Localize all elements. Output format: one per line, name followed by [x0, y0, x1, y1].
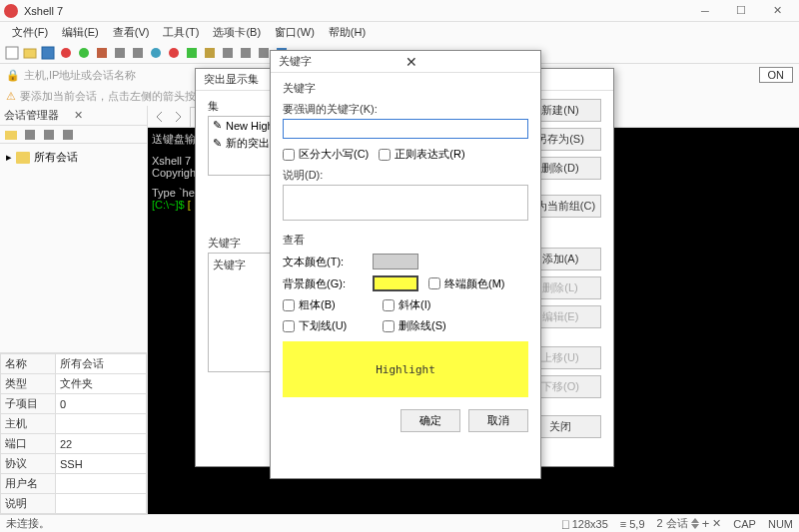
toolbar-new-icon[interactable]	[4, 45, 20, 61]
menu-edit[interactable]: 编辑(E)	[56, 23, 105, 42]
underline-checkbox[interactable]: 下划线(U)	[283, 318, 373, 333]
svg-rect-5	[97, 48, 107, 58]
menu-file[interactable]: 文件(F)	[6, 23, 54, 42]
session-manager-title: 会话管理器	[4, 108, 70, 123]
preview-box: Highlight	[283, 341, 528, 397]
window-title: Xshell 7	[24, 5, 687, 17]
svg-rect-11	[205, 48, 215, 58]
tab-prev-icon[interactable]	[152, 109, 168, 125]
chevron-icon: ▸	[6, 151, 12, 164]
menu-view[interactable]: 查看(V)	[107, 23, 156, 42]
menu-help[interactable]: 帮助(H)	[323, 23, 372, 42]
toolbar-save-icon[interactable]	[40, 45, 56, 61]
regex-checkbox[interactable]: 正则表达式(R)	[379, 147, 464, 162]
tip-text: 要添加当前会话，点击左侧的箭头按钮。	[20, 89, 218, 104]
toolbar-icon[interactable]	[238, 45, 254, 61]
toolbar-open-icon[interactable]	[22, 45, 38, 61]
tab-next-icon[interactable]	[170, 109, 186, 125]
svg-rect-7	[133, 48, 143, 58]
status-sessions: 2 会话 + ✕	[657, 516, 722, 531]
close-button[interactable]: ✕	[759, 0, 795, 22]
session-add-icon[interactable]: +	[702, 516, 710, 531]
toolbar-icon[interactable]	[22, 127, 38, 143]
lock-icon: 🔒	[6, 69, 20, 82]
keyword-dialog: 关键字 ✕ 关键字 要强调的关键字(K): 区分大小写(C) 正则表达式(R) …	[270, 50, 541, 479]
status-num: NUM	[768, 518, 793, 530]
svg-rect-0	[6, 47, 18, 59]
svg-rect-17	[25, 130, 35, 140]
toolbar-icon[interactable]	[166, 45, 182, 61]
toolbar-icon[interactable]	[3, 127, 19, 143]
svg-rect-1	[24, 49, 36, 58]
app-icon	[4, 4, 18, 18]
status-text: 未连接。	[6, 516, 550, 531]
pen-icon: ✎	[213, 137, 222, 150]
menu-window[interactable]: 窗口(W)	[269, 23, 321, 42]
session-spinner-icon[interactable]	[691, 518, 699, 529]
keyword-input[interactable]	[283, 119, 528, 139]
menu-bar: 文件(F) 编辑(E) 查看(V) 工具(T) 选项卡(B) 窗口(W) 帮助(…	[0, 22, 799, 42]
svg-point-3	[61, 48, 71, 58]
menu-tabs[interactable]: 选项卡(B)	[207, 23, 267, 42]
all-sessions-folder[interactable]: ▸ 所有会话	[4, 148, 143, 167]
svg-rect-16	[5, 131, 17, 140]
toolbar-icon[interactable]	[220, 45, 236, 61]
toolbar-icon[interactable]	[94, 45, 110, 61]
toolbar-icon[interactable]	[41, 127, 57, 143]
svg-rect-18	[44, 130, 54, 140]
menu-tools[interactable]: 工具(T)	[157, 23, 205, 42]
minimize-button[interactable]: ─	[687, 0, 723, 22]
toolbar-icon[interactable]	[58, 45, 74, 61]
italic-checkbox[interactable]: 斜体(I)	[383, 297, 430, 312]
toolbar-icon[interactable]	[130, 45, 146, 61]
status-dims: ⎕ 128x35	[562, 518, 608, 530]
maximize-button[interactable]: ☐	[723, 0, 759, 22]
svg-point-9	[169, 48, 179, 58]
toolbar-icon[interactable]	[202, 45, 218, 61]
warning-icon: ⚠	[6, 90, 16, 103]
svg-point-8	[151, 48, 161, 58]
desc-textarea[interactable]	[283, 185, 528, 221]
svg-point-4	[79, 48, 89, 58]
svg-rect-14	[259, 48, 269, 58]
pen-icon: ✎	[213, 119, 222, 132]
desc-label: 说明(D):	[283, 168, 528, 183]
toolbar-icon[interactable]	[112, 45, 128, 61]
properties-table: 名称所有会话 类型文件夹 子项目0 主机 端口22 协议SSH 用户名 说明	[0, 353, 147, 514]
dialog-title: 关键字	[279, 54, 400, 69]
folder-label: 所有会话	[34, 150, 78, 165]
svg-rect-10	[187, 48, 197, 58]
toolbar-icon[interactable]	[76, 45, 92, 61]
folder-icon	[16, 152, 30, 164]
svg-rect-13	[241, 48, 251, 58]
case-checkbox[interactable]: 区分大小写(C)	[283, 147, 369, 162]
text-color-swatch[interactable]	[373, 254, 418, 269]
toolbar-icon[interactable]	[60, 127, 76, 143]
bold-checkbox[interactable]: 粗体(B)	[283, 297, 373, 312]
termcolor-checkbox[interactable]: 终端颜色(M)	[428, 276, 505, 291]
toolbar-icon[interactable]	[184, 45, 200, 61]
on-button[interactable]: ON	[759, 67, 794, 83]
bg-color-swatch[interactable]	[373, 275, 418, 291]
svg-rect-2	[42, 47, 54, 59]
strike-checkbox[interactable]: 删除线(S)	[383, 318, 446, 333]
svg-rect-6	[115, 48, 125, 58]
session-close-icon[interactable]: ✕	[712, 517, 721, 530]
keyword-label: 要强调的关键字(K):	[283, 102, 528, 117]
status-cap: CAP	[733, 518, 756, 530]
toolbar-icon[interactable]	[148, 45, 164, 61]
status-pos: ≡ 5,9	[620, 518, 645, 530]
cancel-button[interactable]: 取消	[468, 409, 528, 432]
panel-close-icon[interactable]: ✕	[70, 109, 144, 122]
ok-button[interactable]: 确定	[400, 409, 460, 432]
svg-rect-12	[223, 48, 233, 58]
close-icon[interactable]: ✕	[400, 54, 532, 70]
svg-rect-19	[63, 130, 73, 140]
